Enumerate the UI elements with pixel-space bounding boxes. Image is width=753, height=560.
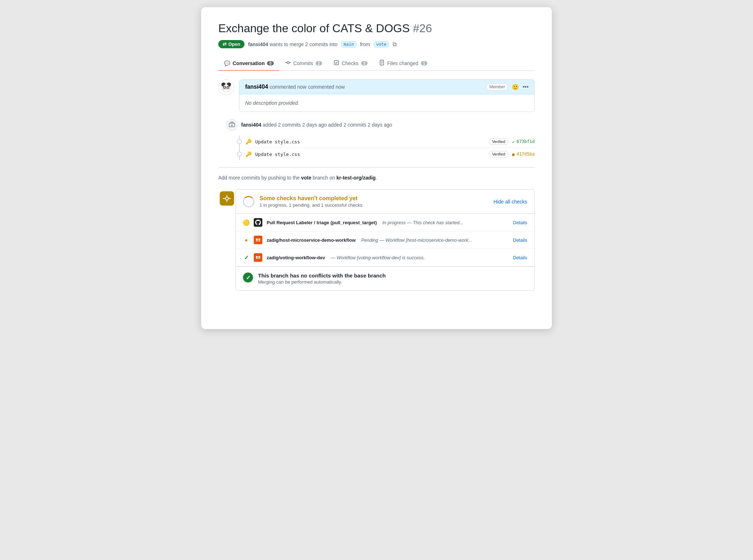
check-desc-1: In progress — This check has started... (381, 220, 463, 225)
check-details-2[interactable]: Details (513, 237, 527, 243)
push-repo[interactable]: kr-test-org/zadig (336, 175, 376, 181)
check-status-success: ✓ (243, 254, 249, 261)
merge-text: This branch has no conflicts with the ba… (258, 272, 386, 285)
push-middle: branch on (313, 175, 335, 181)
check-desc-3: — Workflow [voting-workflow-dev] is succ… (329, 255, 425, 260)
svg-rect-3 (334, 60, 339, 65)
merge-check-icon: ✓ (243, 272, 253, 283)
timeline-header: fansi404 added 2 commits 2 days ago adde… (226, 119, 535, 131)
commit-icon-1: 🔑 (246, 139, 252, 144)
checks-summary: Some checks haven't completed yet 1 in p… (236, 190, 534, 214)
commits-list: 🔑 Update style.css Verified ✓ 673bf1d 🔑 … (239, 136, 535, 160)
pr-status-text: Open (228, 41, 240, 47)
comment-meta: fansi404 commented nowcommented now comm… (245, 84, 345, 90)
merge-section: ✓ This branch has no conflicts with the … (236, 266, 534, 290)
tab-commits-count: 2 (316, 61, 322, 65)
comment-time: commented now (270, 84, 307, 90)
more-options-icon[interactable]: ••• (523, 84, 529, 90)
tab-files-changed[interactable]: Files changed 1 (373, 56, 433, 71)
check-details-1[interactable]: Details (513, 220, 527, 225)
base-branch[interactable]: main (341, 41, 356, 48)
check-name-2: zadig/host-microservice-demo-workflow (267, 237, 356, 243)
timeline-action: added 2 commits 2 days ago (263, 122, 327, 128)
compare-branch[interactable]: vote (374, 41, 389, 48)
svg-rect-36 (258, 241, 260, 241)
commit-sha-2: ● 417d5ba (512, 152, 535, 157)
check-app-zadig-1 (254, 236, 262, 244)
check-desc-2: Pending — Workflow [host-microservice-de… (360, 237, 472, 243)
svg-point-15 (224, 87, 225, 88)
pr-meta-text: wants to merge 2 commits into (269, 41, 337, 47)
checks-box: Some checks haven't completed yet 1 in p… (235, 189, 535, 291)
comment-actions: Member 🙂 ••• (486, 83, 529, 90)
avatar (218, 79, 234, 95)
check-details-3[interactable]: Details (513, 255, 527, 260)
pr-author: fansi404 (248, 41, 268, 47)
hide-all-checks-button[interactable]: Hide all checks (494, 199, 527, 205)
check-status-pending: ● (243, 237, 249, 243)
commit-row: 🔑 Update style.css Verified ✓ 673bf1d (247, 136, 535, 148)
section-divider (218, 167, 535, 168)
check-row-2: → ● zadig/host-microservice-demo-workflo… (236, 231, 534, 249)
commit-verified-2: Verified (489, 151, 509, 157)
checks-text: Some checks haven't completed yet 1 in p… (259, 195, 363, 208)
sha-text-1[interactable]: 673bf1d (516, 139, 535, 144)
svg-point-27 (225, 197, 228, 200)
svg-rect-34 (258, 239, 260, 240)
check-app-zadig-2 (254, 253, 262, 262)
merge-subtitle: Merging can be performed automatically. (258, 279, 386, 285)
svg-rect-37 (256, 256, 258, 258)
tab-files-count: 1 (421, 61, 427, 65)
pr-title: Exchange the color of CATS & DOGS #26 (218, 21, 535, 35)
push-icon (226, 119, 238, 131)
conversation-icon: 💬 (224, 60, 230, 66)
commit-row: 🔑 Update style.css Verified ● 417d5ba (247, 148, 535, 160)
tab-checks-label: Checks (342, 60, 359, 66)
member-badge: Member (486, 83, 508, 90)
push-branch: vote (301, 175, 311, 181)
pr-title-text: Exchange the color of CATS & DOGS (218, 22, 410, 35)
copy-branch-icon[interactable]: ⧉ (393, 41, 397, 48)
comment-author[interactable]: fansi404 (245, 84, 268, 90)
commit-dot (237, 152, 242, 157)
push-notice: Add more commits by pushing to the vote … (218, 175, 535, 181)
merge-checkmark: ✓ (246, 274, 251, 281)
check-app-github (254, 218, 262, 227)
commit-icon-2: 🔑 (246, 151, 252, 157)
timeline-text: fansi404 added 2 commits 2 days ago adde… (241, 122, 392, 128)
commit-message-2[interactable]: Update style.css (255, 152, 485, 157)
tab-conversation[interactable]: 💬 Conversation 0 (218, 56, 280, 71)
files-icon (379, 60, 385, 67)
tabs: 💬 Conversation 0 Commits 2 Che (218, 56, 535, 71)
emoji-reaction-icon[interactable]: 🙂 (512, 84, 519, 90)
tab-conversation-count: 0 (267, 61, 273, 65)
tab-checks[interactable]: Checks 3 (328, 56, 373, 71)
check-row-3: ✓ zadig/voting-workflow-dev — Workflow [… (236, 249, 534, 266)
svg-rect-40 (258, 258, 260, 259)
commit-verified-1: Verified (489, 138, 509, 145)
commit-message-1[interactable]: Update style.css (255, 139, 485, 144)
sha-text-2[interactable]: 417d5ba (516, 152, 535, 157)
check-name-3: zadig/voting-workflow-dev (267, 255, 325, 260)
svg-point-16 (227, 87, 229, 88)
pr-meta: ⇄ Open fansi404 wants to merge 2 commits… (218, 40, 535, 48)
comment-bubble: fansi404 commented nowcommented now comm… (239, 79, 535, 112)
pr-status-badge: ⇄ Open (218, 40, 244, 48)
pr-status-icon: ⇄ (223, 41, 227, 47)
tab-checks-count: 3 (361, 61, 368, 65)
merge-title: This branch has no conflicts with the ba… (258, 272, 386, 279)
checks-subtitle: 1 in progress, 1 pending, and 1 successf… (259, 202, 363, 208)
svg-point-17 (225, 88, 227, 90)
tab-commits[interactable]: Commits 2 (280, 56, 328, 71)
pr-window: Exchange the color of CATS & DOGS #26 ⇄ … (201, 7, 552, 329)
checks-section: Some checks haven't completed yet 1 in p… (218, 189, 535, 291)
checks-icon (334, 60, 339, 67)
commit-dot (237, 139, 242, 144)
svg-point-0 (287, 62, 289, 64)
checks-summary-left: Some checks haven't completed yet 1 in p… (243, 195, 363, 208)
checks-spinner (243, 196, 254, 207)
timeline-author[interactable]: fansi404 (241, 122, 261, 128)
checks-title: Some checks haven't completed yet (259, 195, 363, 202)
comment-body: No description provided. (239, 94, 534, 112)
commits-icon (285, 60, 291, 67)
